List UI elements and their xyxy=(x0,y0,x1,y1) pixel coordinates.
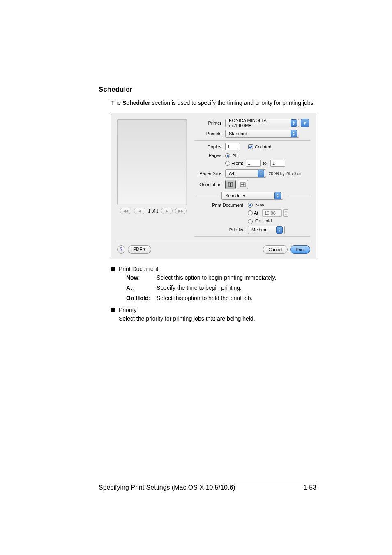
print-at-time-input[interactable]: 19:08 xyxy=(262,209,282,217)
collated-checkbox[interactable] xyxy=(248,144,253,149)
time-stepper[interactable]: ▲▼ xyxy=(283,209,288,217)
priority-select[interactable]: Medium ▲▼ xyxy=(248,226,285,234)
collated-label: Collated xyxy=(255,144,271,149)
intro-after: section is used to specify the timing an… xyxy=(150,99,315,106)
print-onhold-label: On Hold xyxy=(255,218,272,223)
orientation-landscape-button[interactable] xyxy=(238,180,248,189)
pages-from-input[interactable]: 1 xyxy=(246,160,261,167)
print-at-radio[interactable] xyxy=(248,210,253,215)
print-button[interactable]: Print xyxy=(290,245,310,254)
footer-right: 1-53 xyxy=(303,484,316,491)
landscape-icon xyxy=(240,182,246,187)
print-document-bullet: Print Document xyxy=(119,265,277,273)
paper-dimensions: 20.99 by 29.70 cm xyxy=(269,171,302,176)
def-term-now: Now: xyxy=(126,273,157,282)
print-dialog-screenshot: ◀◀ ◀ 1 of 1 ▶ ▶▶ Printer: KONICA MINOLTA… xyxy=(111,113,316,259)
orientation-portrait-button[interactable] xyxy=(225,180,236,189)
priority-label: Priority: xyxy=(207,227,248,232)
pages-to-input[interactable]: 1 xyxy=(270,160,285,167)
chevron-updown-icon: ▲▼ xyxy=(291,119,297,127)
priority-value: Medium xyxy=(251,227,274,232)
section-heading: Scheduler xyxy=(99,86,316,94)
def-desc-at: Specify the time to begin printing. xyxy=(157,284,277,292)
copies-label: Copies: xyxy=(194,144,225,149)
page-preview xyxy=(117,119,187,205)
print-document-label: Print Document: xyxy=(207,203,248,208)
pages-all-label: All xyxy=(232,153,237,158)
print-onhold-radio[interactable] xyxy=(248,219,253,224)
presets-value: Standard xyxy=(229,131,289,136)
page-footer: Specifying Print Settings (Mac OS X 10.5… xyxy=(99,482,316,491)
def-term-at: At: xyxy=(126,284,157,292)
panel-select-value: Scheduler xyxy=(225,193,273,198)
footer-left: Specifying Print Settings (Mac OS X 10.5… xyxy=(99,484,235,491)
priority-desc: Select the priority for printing jobs th… xyxy=(119,314,255,323)
pages-all-radio[interactable] xyxy=(225,153,230,158)
intro-paragraph: The Scheduler section is used to specify… xyxy=(111,99,316,107)
print-now-radio[interactable] xyxy=(248,203,253,208)
pager-next-button[interactable]: ▶ xyxy=(161,208,173,214)
intro-before: The xyxy=(111,99,122,106)
pages-from-radio[interactable] xyxy=(225,161,230,166)
pages-from-label: From: xyxy=(231,161,243,166)
priority-bullet: Priority xyxy=(119,306,255,314)
pager-first-button[interactable]: ◀◀ xyxy=(120,208,131,214)
printer-info-button[interactable]: ▼ xyxy=(301,119,309,127)
intro-bold: Scheduler xyxy=(122,99,150,106)
bullet-icon xyxy=(111,308,115,312)
pages-label: Pages: xyxy=(194,153,225,158)
print-now-label: Now xyxy=(255,202,264,207)
help-button[interactable]: ? xyxy=(117,245,125,254)
portrait-icon xyxy=(228,182,233,187)
svg-point-3 xyxy=(241,184,243,185)
cancel-button[interactable]: Cancel xyxy=(263,245,288,254)
papersize-label: Paper Size: xyxy=(194,171,225,176)
pager-prev-button[interactable]: ◀ xyxy=(134,208,145,214)
svg-point-1 xyxy=(230,183,231,185)
bullet-icon xyxy=(111,267,115,271)
def-desc-onhold: Select this option to hold the print job… xyxy=(157,294,277,303)
def-desc-now: Select this option to begin printing imm… xyxy=(157,273,277,282)
printer-select[interactable]: KONICA MINOLTA mc1680MF ▲▼ xyxy=(225,119,299,127)
orientation-label: Orientation: xyxy=(194,182,225,187)
chevron-updown-icon: ▲▼ xyxy=(276,226,283,234)
papersize-value: A4 xyxy=(229,171,256,176)
printer-label: Printer: xyxy=(194,120,225,125)
chevron-updown-icon: ▲▼ xyxy=(291,130,297,137)
chevron-updown-icon: ▲▼ xyxy=(258,170,264,177)
chevron-updown-icon: ▲▼ xyxy=(274,192,281,199)
pager-last-button[interactable]: ▶▶ xyxy=(175,208,187,214)
pager-status: 1 of 1 xyxy=(148,209,158,213)
def-term-onhold: On Hold: xyxy=(126,294,157,303)
print-at-label: At xyxy=(254,210,258,215)
presets-select[interactable]: Standard ▲▼ xyxy=(225,130,299,138)
panel-select[interactable]: Scheduler ▲▼ xyxy=(221,192,283,200)
pdf-menu-button[interactable]: PDF ▾ xyxy=(128,245,151,254)
printer-value: KONICA MINOLTA mc1680MF xyxy=(229,118,289,128)
presets-label: Presets: xyxy=(194,131,225,136)
copies-input[interactable]: 1 xyxy=(225,143,240,150)
preview-pager: ◀◀ ◀ 1 of 1 ▶ ▶▶ xyxy=(117,208,189,214)
pages-to-label: to: xyxy=(263,161,268,166)
papersize-select[interactable]: A4 ▲▼ xyxy=(225,169,266,178)
